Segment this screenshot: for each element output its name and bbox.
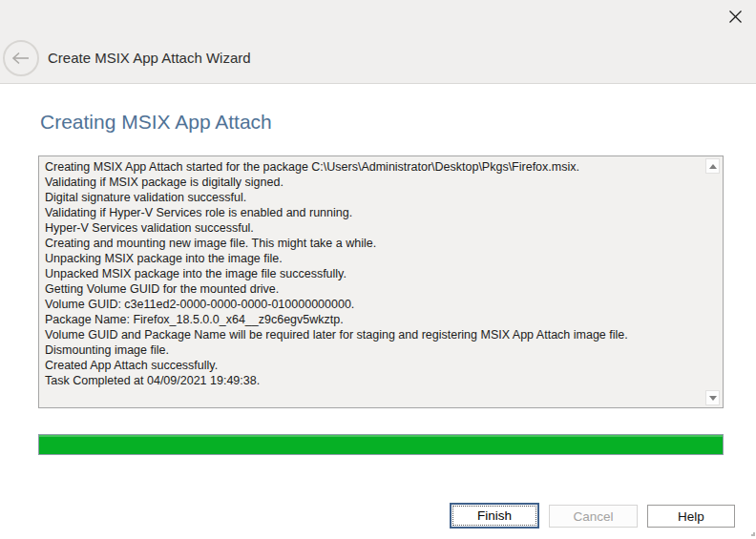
- close-button[interactable]: [724, 6, 746, 27]
- finish-button[interactable]: Finish: [450, 503, 539, 529]
- log-line: Validating if MSIX package is digitally …: [45, 175, 701, 190]
- wizard-window: { "window": { "title": "Create MSIX App …: [0, 0, 756, 539]
- log-output[interactable]: Creating MSIX App Attach started for the…: [38, 155, 724, 408]
- log-line: Digital signature validation successful.: [45, 190, 701, 205]
- close-icon: [728, 10, 743, 24]
- log-line: Hyper-V Services validation successful.: [45, 220, 701, 236]
- page-title: Creating MSIX App Attach: [40, 111, 272, 134]
- log-line: Creating and mounting new image file. Th…: [45, 236, 701, 251]
- scroll-down-button[interactable]: [705, 390, 720, 405]
- log-line: Validating if Hyper-V Services role is e…: [45, 205, 701, 220]
- help-button[interactable]: Help: [647, 505, 735, 528]
- log-line: Volume GUID and Package Name will be req…: [45, 327, 701, 342]
- log-line: Creating MSIX App Attach started for the…: [45, 159, 701, 175]
- log-line: Created App Attach successfully.: [45, 358, 701, 373]
- resize-grip[interactable]: [751, 532, 755, 536]
- cancel-button[interactable]: Cancel: [549, 505, 638, 528]
- scroll-up-icon: [709, 164, 717, 169]
- log-content: Creating MSIX App Attach started for the…: [39, 156, 704, 407]
- log-line: Unpacking MSIX package into the image fi…: [45, 251, 701, 266]
- log-line: Dismounting image file.: [45, 342, 701, 358]
- log-scrollbar[interactable]: [704, 158, 721, 405]
- log-line: Volume GUID: c3e11ed2-0000-0000-0000-010…: [45, 297, 701, 312]
- wizard-title: Create MSIX App Attach Wizard: [48, 50, 251, 66]
- log-line: Unpacked MSIX package into the image fil…: [45, 266, 701, 281]
- log-line: Task Completed at 04/09/2021 19:49:38.: [45, 373, 701, 388]
- back-arrow-icon: [11, 52, 31, 65]
- scroll-down-icon: [709, 396, 717, 401]
- wizard-header: Create MSIX App Attach Wizard: [0, 0, 756, 84]
- log-line: Package Name: Firefox_18.5.0.0_x64__z9c6…: [45, 312, 701, 327]
- scroll-up-button[interactable]: [705, 158, 720, 174]
- log-line: Getting Volume GUID for the mounted driv…: [45, 281, 701, 297]
- progress-bar: [38, 434, 724, 455]
- back-button[interactable]: [3, 40, 39, 76]
- progress-fill: [39, 435, 723, 454]
